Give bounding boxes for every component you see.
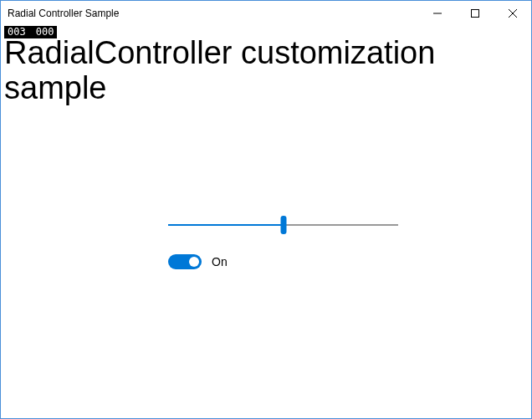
minimize-icon [433,9,442,18]
slider-thumb[interactable] [280,216,286,234]
slider[interactable] [168,216,398,234]
maximize-button[interactable] [456,1,494,26]
toggle-label: On [212,255,228,268]
toggle-knob [189,257,199,267]
minimize-button[interactable] [418,1,456,26]
close-button[interactable] [494,1,531,26]
controls-area: On [168,216,398,269]
close-icon [509,9,517,18]
window-titlebar: Radial Controller Sample [1,1,531,26]
window-title: Radial Controller Sample [8,8,418,19]
window-controls [418,1,531,26]
svg-rect-1 [471,10,478,18]
content-area: RadialController customization sample [1,36,531,106]
toggle-switch[interactable] [168,254,202,269]
maximize-icon [471,9,479,18]
page-title: RadialController customization sample [4,36,528,106]
toggle-row: On [168,254,398,269]
slider-fill [168,224,284,226]
